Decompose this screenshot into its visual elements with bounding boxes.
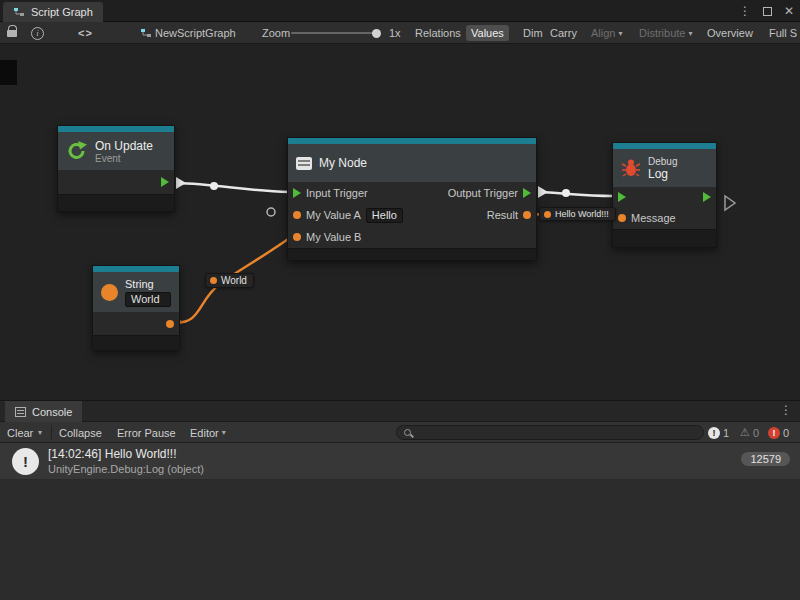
my-node[interactable]: My Node Input Trigger Output Trigger My … bbox=[287, 137, 537, 261]
console-icon bbox=[15, 407, 26, 417]
input-trigger-port[interactable] bbox=[293, 188, 301, 198]
port-label: Output Trigger bbox=[448, 187, 518, 199]
maximize-icon[interactable] bbox=[763, 7, 772, 16]
node-row bbox=[613, 187, 716, 207]
node-row: Input Trigger Output Trigger bbox=[288, 182, 536, 204]
code-icon: <> bbox=[78, 27, 93, 39]
console-panel: Console ⋮ Clear ▾ Collapse Error Pause E… bbox=[0, 400, 800, 600]
log-bubble-icon: ! bbox=[12, 448, 39, 475]
fullscreen-button[interactable]: Full S bbox=[764, 22, 800, 44]
console-tab-bar: Console ⋮ bbox=[0, 401, 800, 422]
info-filter-toggle[interactable]: ! 1 bbox=[708, 422, 729, 443]
info-button[interactable]: i bbox=[31, 22, 44, 44]
node-row: My Value A Hello Result bbox=[288, 204, 536, 226]
clear-button[interactable]: Clear bbox=[7, 422, 33, 443]
clear-dropdown[interactable]: ▾ bbox=[38, 422, 42, 443]
log-stacktrace: UnityEngine.Debug:Log (object) bbox=[48, 463, 204, 475]
zoom-slider[interactable] bbox=[291, 32, 379, 34]
node-footer bbox=[93, 335, 179, 350]
node-title: String bbox=[125, 278, 171, 290]
output-trigger-port[interactable] bbox=[523, 188, 531, 198]
error-filter-toggle[interactable]: ! 0 bbox=[768, 422, 789, 443]
code-preview-button[interactable]: <> bbox=[78, 22, 93, 44]
string-literal-node[interactable]: String World bbox=[92, 265, 180, 351]
log-message: [14:02:46] Hello World!!! bbox=[48, 447, 177, 461]
script-graph-icon bbox=[140, 27, 152, 39]
node-row: Message bbox=[613, 207, 716, 229]
node-category: Debug bbox=[648, 156, 677, 167]
result-port[interactable] bbox=[523, 211, 531, 219]
port-label: My Value B bbox=[306, 231, 361, 243]
console-menu-icon[interactable]: ⋮ bbox=[780, 403, 792, 417]
node-row bbox=[58, 170, 174, 194]
window-menu-icon[interactable]: ⋮ bbox=[739, 4, 751, 18]
collapse-toggle[interactable]: Collapse bbox=[59, 422, 102, 443]
graph-asset[interactable]: NewScriptGraph bbox=[140, 22, 236, 44]
zoom-label: Zoom bbox=[262, 22, 290, 44]
editor-dropdown[interactable]: Editor▾ bbox=[190, 422, 226, 443]
overview-button[interactable]: Overview bbox=[702, 22, 758, 44]
node-row bbox=[93, 312, 179, 335]
value-chip-hello-world: Hello World!!! bbox=[539, 207, 616, 221]
chevron-down-icon: ▾ bbox=[688, 29, 692, 38]
error-icon: ! bbox=[768, 427, 780, 439]
value-dot-icon bbox=[544, 211, 551, 218]
console-search[interactable] bbox=[396, 425, 704, 440]
value-dot-icon bbox=[210, 277, 217, 284]
node-header: My Node bbox=[288, 144, 536, 182]
error-pause-toggle[interactable]: Error Pause bbox=[117, 422, 176, 443]
console-toolbar: Clear ▾ Collapse Error Pause Editor▾ ! 1… bbox=[0, 422, 800, 443]
graph-asset-name: NewScriptGraph bbox=[155, 27, 236, 39]
collapse-count-badge: 12579 bbox=[741, 452, 790, 466]
my-value-a-port[interactable] bbox=[293, 211, 301, 219]
port-label: Input Trigger bbox=[306, 187, 368, 199]
dim-toggle[interactable]: Dim bbox=[518, 22, 548, 44]
node-header: String World bbox=[93, 272, 179, 312]
value-chip-world: World bbox=[205, 273, 254, 288]
loop-arrow-icon bbox=[66, 140, 88, 162]
tab-script-graph[interactable]: Script Graph bbox=[3, 2, 103, 22]
string-value-field[interactable]: World bbox=[125, 292, 171, 307]
chevron-down-icon: ▾ bbox=[222, 428, 226, 437]
trigger-output-port[interactable] bbox=[161, 177, 169, 187]
string-type-icon bbox=[101, 284, 118, 301]
my-value-a-field[interactable]: Hello bbox=[366, 208, 403, 223]
on-update-event-node[interactable]: On Update Event bbox=[57, 125, 175, 212]
lock-button[interactable] bbox=[7, 22, 17, 44]
my-value-b-port[interactable] bbox=[293, 233, 301, 241]
relations-toggle[interactable]: Relations bbox=[410, 22, 466, 44]
sidebar-stub[interactable] bbox=[0, 60, 17, 85]
zoom-value: 1x bbox=[389, 22, 401, 44]
node-footer bbox=[613, 229, 716, 247]
log-input-trigger-port[interactable] bbox=[618, 192, 626, 202]
bug-icon bbox=[621, 158, 641, 178]
node-header: Debug Log bbox=[613, 149, 716, 187]
port-label: Result bbox=[487, 209, 518, 221]
debug-log-node[interactable]: Debug Log Message bbox=[612, 142, 717, 248]
node-footer bbox=[58, 194, 174, 211]
console-search-input[interactable] bbox=[416, 427, 696, 439]
unit-icon bbox=[296, 157, 312, 170]
zoom-slider-knob[interactable] bbox=[372, 29, 381, 38]
node-footer bbox=[288, 248, 536, 260]
info-log-icon: ! bbox=[708, 427, 720, 439]
node-subtitle: Event bbox=[95, 153, 153, 164]
distribute-dropdown[interactable]: Distribute▾ bbox=[634, 22, 697, 44]
string-output-port[interactable] bbox=[166, 320, 174, 328]
warning-filter-toggle[interactable]: ⚠ 0 bbox=[740, 422, 759, 443]
align-dropdown[interactable]: Align▾ bbox=[586, 22, 627, 44]
console-log-entry[interactable]: ! [14:02:46] Hello World!!! UnityEngine.… bbox=[0, 443, 800, 480]
close-icon[interactable]: ✕ bbox=[784, 4, 794, 18]
window-controls: ⋮ ✕ bbox=[739, 0, 794, 22]
log-output-trigger-port[interactable] bbox=[703, 192, 711, 202]
script-graph-icon bbox=[13, 6, 25, 18]
warning-icon: ⚠ bbox=[740, 426, 750, 439]
message-port[interactable] bbox=[618, 214, 626, 222]
tab-console[interactable]: Console bbox=[5, 401, 82, 422]
info-icon: i bbox=[31, 27, 44, 40]
tab-label: Script Graph bbox=[31, 6, 93, 18]
lock-icon bbox=[7, 30, 17, 37]
values-toggle[interactable]: Values bbox=[466, 22, 509, 44]
carry-toggle[interactable]: Carry bbox=[545, 22, 582, 44]
window-title-bar: Script Graph ⋮ ✕ bbox=[0, 0, 800, 22]
